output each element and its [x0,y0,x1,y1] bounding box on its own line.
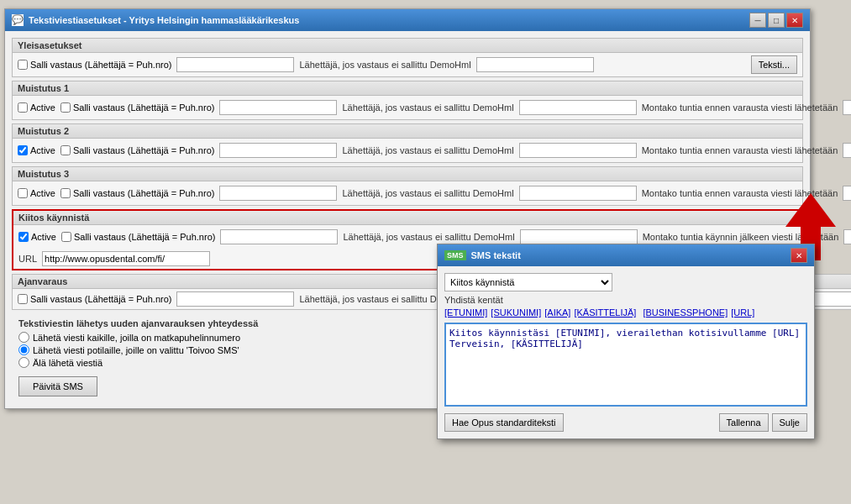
yleisasetukset-demo-input[interactable] [176,57,294,72]
yleisasetukset-teksti-button[interactable]: Teksti... [751,55,797,74]
sms-footer: Hae Opus standarditeksti Tallenna Sulje [444,413,807,432]
muistutus3-salli-text: Salli vastaus (Lähettäjä = Puh.nro) [73,188,214,198]
sms-tallenna-button[interactable]: Tallenna [719,413,769,432]
yleisasetukset-salli-text: Salli vastaus (Lähettäjä = Puh.nro) [30,60,171,70]
sms-text-area[interactable]: Kiitos käynnistäsi [ETUNIMI], vieraileth… [444,323,807,407]
sms-title: SMS tekstit [471,250,521,260]
ajanvaraus-demo-input[interactable] [176,291,294,307]
section-yleisasetukset: Yleisasetukset Salli vastaus (Lähettäjä … [12,38,803,77]
muistutus1-salli-label[interactable]: Salli vastaus (Lähettäjä = Puh.nro) [60,102,214,113]
muistutus3-salli-label[interactable]: Salli vastaus (Lähettäjä = Puh.nro) [60,188,214,198]
radio1[interactable] [18,332,29,343]
sms-body: Kiitos käynnistä Muistutus 1 Muistutus 2… [438,266,814,438]
section-muistutus3: Muistutus 3 Active Salli vastaus (Lähett… [12,166,803,206]
title-bar: 💬 Tekstiviestiasetukset - Yritys Helsing… [5,9,810,31]
kiitos-demo-input[interactable] [220,229,338,244]
yleisasetukset-header: Yleisasetukset [13,39,802,53]
muistutus1-hours-label: Montako tuntia ennen varausta viesti läh… [642,102,838,113]
minimize-button[interactable]: ─ [749,13,766,28]
muistutus2-hours-input[interactable]: 22,00 [843,143,851,158]
kiitos-active-checkbox[interactable] [18,232,29,242]
title-bar-text: 💬 Tekstiviestiasetukset - Yritys Helsing… [12,14,299,26]
section-muistutus2: Muistutus 2 Active Salli vastaus (Lähett… [12,123,803,163]
radio2[interactable] [18,344,29,355]
kiitos-salli-checkbox[interactable] [61,232,71,242]
muistutus2-salli-label[interactable]: Salli vastaus (Lähettäjä = Puh.nro) [60,145,214,155]
sms-field-kasittelija[interactable]: [KÄSITTELIJÄ] [574,307,636,318]
sms-sulje-button[interactable]: Sulje [772,413,807,432]
sms-field-businessphone[interactable]: [BUSINESSPHONE] [643,307,728,318]
sms-dropdown-row: Kiitos käynnistä Muistutus 1 Muistutus 2… [444,273,807,291]
muistutus2-header: Muistutus 2 [13,124,802,139]
muistutus2-demo-value[interactable] [519,143,637,158]
sms-field-etunimi[interactable]: [ETUNIMI] [444,307,487,318]
muistutus1-salli-checkbox[interactable] [60,102,71,113]
muistutus1-demo-value[interactable] [519,100,637,115]
kiitos-salli-label[interactable]: Salli vastaus (Lähettäjä = Puh.nro) [61,232,215,242]
radio3[interactable] [18,357,29,368]
maximize-button[interactable]: □ [768,13,785,28]
sms-field-aika[interactable]: [AIKA] [544,307,570,318]
yleisasetukset-salli-checkbox[interactable] [18,60,28,70]
muistutus2-demo-label: Lähettäjä, jos vastaus ei sallittu DemoH… [342,145,513,155]
sms-title-text: SMS SMS tekstit [444,250,521,260]
yleisasetukset-salli-label[interactable]: Salli vastaus (Lähettäjä = Puh.nro) [18,60,171,70]
muistutus2-row: Active Salli vastaus (Lähettäjä = Puh.nr… [13,139,802,162]
muistutus1-active-checkbox[interactable] [18,102,28,113]
sms-title-bar: SMS SMS tekstit ✕ [438,244,814,266]
sms-field-sukunimi[interactable]: [SUKUNIMI] [491,307,541,318]
sms-hae-button[interactable]: Hae Opus standarditeksti [444,413,564,432]
ajanvaraus-salli-checkbox[interactable] [18,294,28,304]
muistutus2-active-checkbox[interactable] [18,145,28,155]
window-title: Tekstiviestiasetukset - Yritys Helsingin… [29,15,299,25]
paivita-button[interactable]: Päivitä SMS [18,376,97,396]
title-bar-controls: ─ □ ✕ [749,13,803,28]
radio2-text: Lähetä viesti potilaille, joille on vali… [33,345,239,355]
sms-yhdista-label: Yhdistä kentät [444,295,807,305]
muistutus1-active-text: Active [30,102,55,113]
muistutus1-row: Active Salli vastaus (Lähettäjä = Puh.nr… [13,96,802,119]
kiitos-demo-label: Lähettäjä, jos vastaus ei sallittu DemoH… [343,232,514,242]
muistutus2-demo-input[interactable] [219,143,337,158]
muistutus3-active-checkbox[interactable] [18,188,28,198]
kiitos-url-input[interactable] [42,251,210,266]
muistutus3-active-label[interactable]: Active [18,188,55,198]
muistutus1-active-label[interactable]: Active [18,102,55,113]
kiitos-demo-value[interactable] [520,229,638,244]
app-icon: 💬 [12,14,24,26]
close-button[interactable]: ✕ [786,13,803,28]
muistutus3-salli-checkbox[interactable] [60,188,71,198]
sms-type-select[interactable]: Kiitos käynnistä Muistutus 1 Muistutus 2… [444,273,612,291]
muistutus3-demo-label: Lähettäjä, jos vastaus ei sallittu DemoH… [342,188,513,198]
yleisasetukset-row: Salli vastaus (Lähettäjä = Puh.nro) Lähe… [13,53,802,76]
ajanvaraus-salli-label[interactable]: Salli vastaus (Lähettäjä = Puh.nro) [18,294,171,304]
muistutus2-salli-text: Salli vastaus (Lähettäjä = Puh.nro) [73,145,214,155]
muistutus2-hours-label: Montako tuntia ennen varausta viesti läh… [642,145,838,155]
kiitos-hours-input[interactable]: 1,00 [843,229,851,244]
kiitos-active-label[interactable]: Active [18,232,56,242]
kiitos-salli-text: Salli vastaus (Lähettäjä = Puh.nro) [74,232,215,242]
muistutus2-active-text: Active [30,145,55,155]
muistutus3-demo-value[interactable] [519,186,637,201]
kiitos-url-label: URL [18,254,37,264]
sms-icon: SMS [444,250,466,260]
muistutus3-hours-input[interactable]: 2,00 [843,186,851,201]
muistutus3-demo-input[interactable] [219,186,337,201]
sms-footer-btns: Tallenna Sulje [719,413,807,432]
radio3-text: Älä lähetä viestiä [33,358,102,368]
ajanvaraus-salli-text: Salli vastaus (Lähettäjä = Puh.nro) [30,294,171,304]
yleisasetukset-demo-value[interactable] [476,57,594,72]
radio1-text: Lähetä viesti kaikille, joilla on matkap… [33,333,240,343]
sms-close-button[interactable]: ✕ [791,248,807,263]
muistutus3-header: Muistutus 3 [13,167,802,181]
muistutus1-demo-input[interactable] [219,100,337,115]
muistutus1-demo-label: Lähettäjä, jos vastaus ei sallittu DemoH… [342,102,513,113]
muistutus2-active-label[interactable]: Active [18,145,55,155]
sms-field-url[interactable]: [URL] [731,307,754,318]
muistutus2-salli-checkbox[interactable] [60,145,71,155]
muistutus3-active-text: Active [30,188,55,198]
yleisasetukset-demo-label: Lähettäjä, jos vastaus ei sallittu DemoH… [299,60,470,70]
sms-fields-row: [ETUNIMI] [SUKUNIMI] [AIKA] [KÄSITTELIJÄ… [444,307,807,318]
kiitos-header: Kiitos käynnistä [13,211,801,225]
muistutus1-hours-input[interactable]: 70,00 [843,100,851,115]
